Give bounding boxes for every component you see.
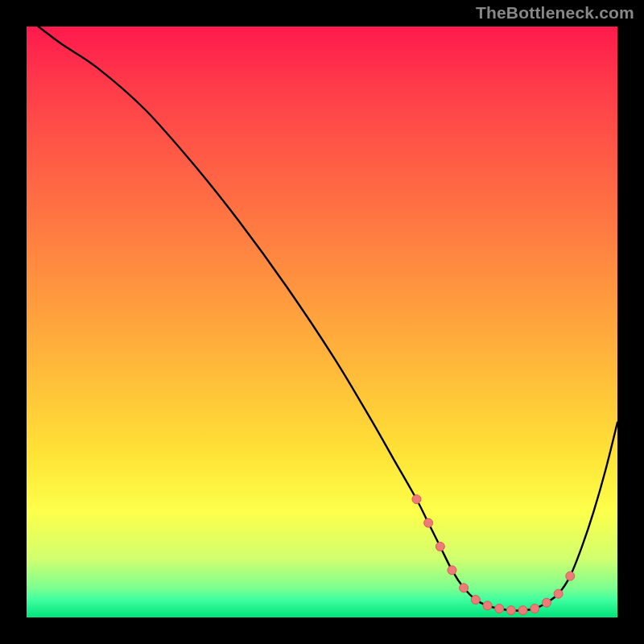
plot-gradient-background xyxy=(27,27,617,617)
watermark-text: TheBottleneck.com xyxy=(476,3,634,23)
